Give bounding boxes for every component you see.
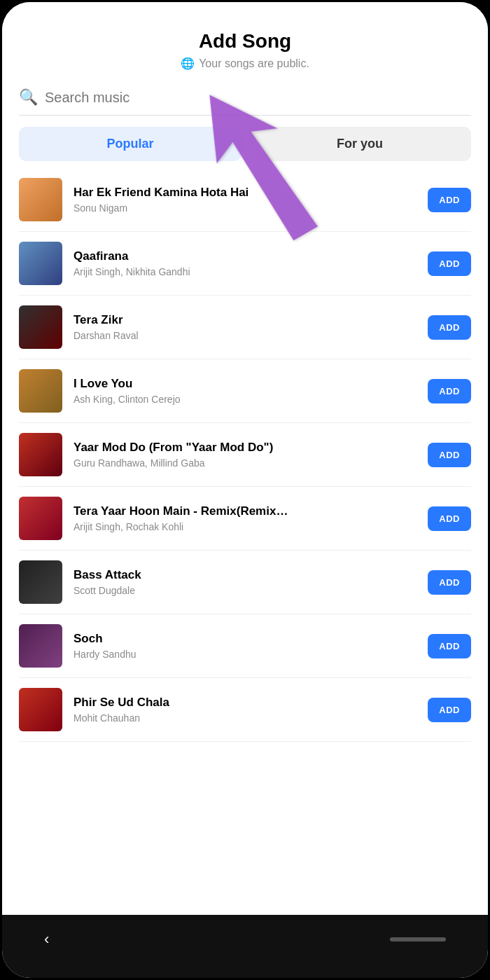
song-artist: Scott Dugdale — [74, 585, 416, 596]
song-artist: Ash King, Clinton Cerejo — [74, 394, 416, 405]
back-button[interactable]: ‹ — [44, 930, 49, 948]
song-thumbnail — [19, 178, 62, 221]
list-item: Qaafirana Arijit Singh, Nikhita Gandhi A… — [19, 232, 471, 296]
add-button[interactable]: ADD — [428, 506, 471, 531]
song-artist: Sonu Nigam — [74, 202, 416, 214]
list-item: Phir Se Ud Chala Mohit Chauhan ADD — [19, 678, 471, 742]
song-thumbnail — [19, 497, 62, 540]
song-info: Har Ek Friend Kamina Hota Hai Sonu Nigam — [74, 186, 416, 214]
song-info: Tera Zikr Darshan Raval — [74, 313, 416, 341]
add-button[interactable]: ADD — [428, 634, 471, 658]
song-info: Qaafirana Arijit Singh, Nikhita Gandhi — [74, 249, 416, 277]
song-title: Phir Se Ud Chala — [74, 696, 416, 710]
song-artist: Mohit Chauhan — [74, 712, 416, 724]
bottom-bar: ‹ — [2, 915, 488, 978]
page-subtitle: 🌐 Your songs are public. — [16, 57, 474, 70]
song-thumbnail — [19, 560, 62, 604]
list-item: Bass Attack Scott Dugdale ADD — [19, 551, 471, 614]
song-thumbnail — [19, 688, 62, 731]
song-artist: Guru Randhawa, Millind Gaba — [74, 457, 416, 469]
song-info: Bass Attack Scott Dugdale — [74, 568, 416, 596]
song-title: Yaar Mod Do (From "Yaar Mod Do") — [74, 441, 416, 455]
add-button[interactable]: ADD — [428, 570, 471, 595]
add-button[interactable]: ADD — [428, 251, 471, 276]
list-item: Tera Zikr Darshan Raval ADD — [19, 296, 471, 359]
search-input[interactable] — [45, 90, 471, 106]
home-indicator — [390, 937, 446, 941]
song-list: Har Ek Friend Kamina Hota Hai Sonu Nigam… — [2, 168, 488, 742]
tab-popular[interactable]: Popular — [19, 127, 241, 161]
add-button[interactable]: ADD — [428, 443, 471, 467]
song-info: Yaar Mod Do (From "Yaar Mod Do") Guru Ra… — [74, 441, 416, 469]
song-title: Qaafirana — [74, 249, 416, 263]
song-title: Tera Yaar Hoon Main - Remix(Remix… — [74, 504, 416, 518]
add-button[interactable]: ADD — [428, 698, 471, 722]
song-title: Tera Zikr — [74, 313, 416, 327]
song-artist: Arijit Singh, Nikhita Gandhi — [74, 266, 416, 277]
list-item: Yaar Mod Do (From "Yaar Mod Do") Guru Ra… — [19, 423, 471, 487]
tab-for-you[interactable]: For you — [248, 127, 471, 161]
tabs-row: Popular For you — [19, 127, 471, 161]
list-item: Har Ek Friend Kamina Hota Hai Sonu Nigam… — [19, 168, 471, 232]
song-thumbnail — [19, 305, 62, 349]
list-item: Soch Hardy Sandhu ADD — [19, 614, 471, 678]
add-button[interactable]: ADD — [428, 188, 471, 212]
song-artist: Darshan Raval — [74, 330, 416, 341]
globe-icon: 🌐 — [181, 57, 195, 70]
song-title: Soch — [74, 632, 416, 646]
add-button[interactable]: ADD — [428, 379, 471, 403]
search-icon: 🔍 — [19, 88, 38, 106]
song-thumbnail — [19, 242, 62, 285]
song-thumbnail — [19, 624, 62, 668]
song-info: I Love You Ash King, Clinton Cerejo — [74, 377, 416, 405]
song-title: Har Ek Friend Kamina Hota Hai — [74, 186, 416, 200]
song-artist: Arijit Singh, Rochak Kohli — [74, 521, 416, 532]
header-section: Add Song 🌐 Your songs are public. — [2, 2, 488, 81]
list-item: Tera Yaar Hoon Main - Remix(Remix… Ariji… — [19, 487, 471, 551]
search-bar[interactable]: 🔍 — [19, 88, 471, 116]
song-title: I Love You — [74, 377, 416, 391]
song-info: Phir Se Ud Chala Mohit Chauhan — [74, 696, 416, 724]
list-item: I Love You Ash King, Clinton Cerejo ADD — [19, 359, 471, 423]
song-title: Bass Attack — [74, 568, 416, 582]
song-info: Soch Hardy Sandhu — [74, 632, 416, 660]
song-info: Tera Yaar Hoon Main - Remix(Remix… Ariji… — [74, 504, 416, 532]
add-button[interactable]: ADD — [428, 315, 471, 340]
page-title: Add Song — [16, 30, 474, 53]
song-thumbnail — [19, 369, 62, 413]
song-thumbnail — [19, 433, 62, 476]
song-artist: Hardy Sandhu — [74, 649, 416, 660]
